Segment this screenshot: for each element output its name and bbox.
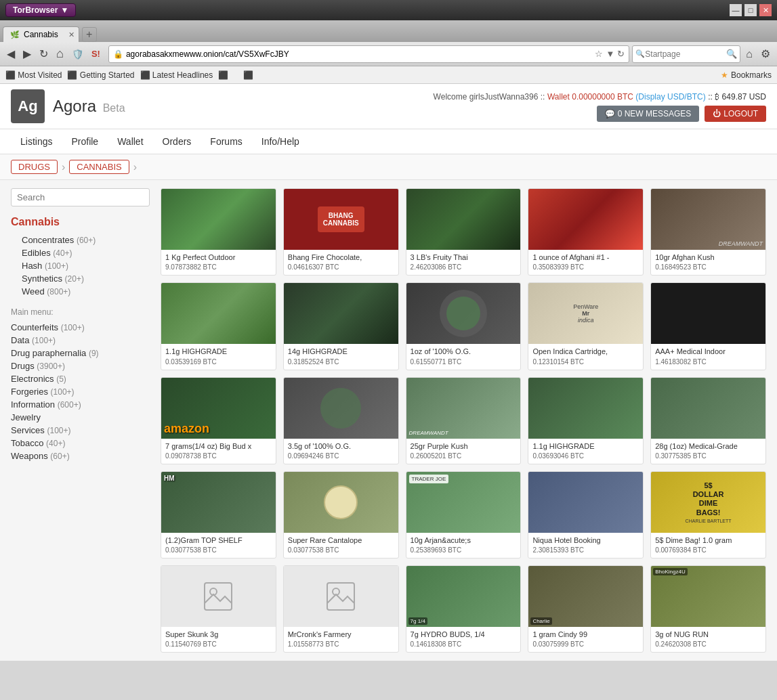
product-info: 28g (1oz) Medical-Grade 0.30775385 BTC xyxy=(651,439,765,464)
product-price: 0.35083939 BTC xyxy=(532,263,639,271)
sidebar-search-input[interactable] xyxy=(11,188,150,206)
product-card[interactable]: 5$DOLLARDIMEBAGS! CHARLIE BARTLETT 5$ Di… xyxy=(650,471,766,559)
product-info: 3 LB's Fruity Thai 2.46203086 BTC xyxy=(406,250,521,275)
product-image: Charlie xyxy=(528,566,643,627)
display-usd-link[interactable]: (Display USD/BTC) xyxy=(635,92,705,102)
product-card[interactable]: amazon 7 grams(1/4 oz) Big Bud x 0.09078… xyxy=(161,377,276,464)
site-name-area: Agora Beta xyxy=(53,97,125,116)
product-card[interactable]: Super Skunk 3g 0.11540769 BTC xyxy=(161,565,276,653)
sidebar-item-information[interactable]: Information (600+) xyxy=(11,398,150,411)
tab-close-icon[interactable]: ✕ xyxy=(68,30,75,39)
maximize-button[interactable]: □ xyxy=(744,4,757,16)
product-card[interactable]: 3.5g of '100% O.G. 0.09694246 BTC xyxy=(283,377,399,464)
bookmark-3[interactable]: ⬛ Latest Headlines xyxy=(140,70,213,80)
nav-profile[interactable]: Profile xyxy=(62,129,108,154)
header-actions: 💬 0 NEW MESSAGES ⏻ LOGOUT xyxy=(434,106,766,122)
product-card[interactable]: Super Rare Cantalope 0.03077538 BTC xyxy=(283,471,399,559)
sidebar-item-drug-paraphernalia[interactable]: Drug paraphernalia (9) xyxy=(11,347,150,359)
sidebar-sub-edibles[interactable]: Edibles (40+) xyxy=(11,246,150,259)
bookmark-2[interactable]: ⬛ Getting Started xyxy=(67,70,134,80)
back-button[interactable]: ◀ xyxy=(4,46,18,62)
new-tab-button[interactable]: + xyxy=(82,27,97,42)
search-submit-icon[interactable]: 🔍 xyxy=(726,49,737,59)
product-card[interactable]: DREAMWANDT 10gr Afghan Kush 0.16849523 B… xyxy=(650,188,766,276)
sidebar-item-services[interactable]: Services (100+) xyxy=(11,424,150,437)
browser-search-input[interactable] xyxy=(645,49,726,59)
site-logo: Ag xyxy=(11,89,45,123)
product-card[interactable]: MrCronk's Farmery 1.01558773 BTC xyxy=(283,565,399,653)
product-card[interactable]: 1 Kg Perfect Outdoor 9.07873882 BTC xyxy=(161,188,276,276)
addon-button[interactable]: 🛡️ xyxy=(69,47,86,61)
sidebar-item-jewelry[interactable]: Jewelry xyxy=(11,411,150,424)
product-name: 1.1g HIGHGRADE xyxy=(165,347,272,356)
product-price: 0.26005201 BTC xyxy=(411,452,517,460)
sidebar-item-electronics[interactable]: Electronics (5) xyxy=(11,372,150,385)
bookmark-1[interactable]: ⬛ Most Visited xyxy=(5,70,62,80)
sidebar-item-tobacco[interactable]: Tobacco (40+) xyxy=(11,437,150,450)
bookmark-star-icon[interactable]: ☆ xyxy=(595,49,603,59)
sidebar-sub-hash[interactable]: Hash (100+) xyxy=(11,259,150,272)
product-card[interactable]: 28g (1oz) Medical-Grade 0.30775385 BTC xyxy=(650,377,766,464)
product-card[interactable]: 1 ounce of Afghani #1 - 0.35083939 BTC xyxy=(528,188,644,276)
bookmark-4[interactable]: ⬛ xyxy=(218,70,237,80)
home-nav-button[interactable]: ⌂ xyxy=(743,47,755,62)
product-card[interactable]: 1.1g HIGHGRADE 0.03539169 BTC xyxy=(161,282,276,370)
nav-listings[interactable]: Listings xyxy=(11,129,62,154)
tor-browser-button[interactable]: TorBrowser ▼ xyxy=(5,3,76,17)
nav-forums[interactable]: Forums xyxy=(201,129,251,154)
reader-icon[interactable]: ▼ xyxy=(606,49,614,59)
nav-info[interactable]: Info/Help xyxy=(252,129,309,154)
sidebar-sub-concentrates[interactable]: Concentrates (60+) xyxy=(11,234,150,246)
product-image: 7g 1/4 xyxy=(406,566,521,627)
window-controls: — □ ✕ xyxy=(730,4,772,16)
wallet-link[interactable]: Wallet 0.00000000 BTC xyxy=(547,92,635,102)
svg-rect-2 xyxy=(327,583,354,610)
settings-nav-button[interactable]: ⚙ xyxy=(758,46,773,62)
product-card[interactable]: 7g 1/4 7g HYDRO BUDS, 1/4 0.14618308 BTC xyxy=(406,565,522,653)
product-card[interactable]: 14g HIGHGRADE 0.31852524 BTC xyxy=(283,282,399,370)
refresh-addr-icon[interactable]: ↻ xyxy=(617,49,625,59)
product-card[interactable]: 3 LB's Fruity Thai 2.46203086 BTC xyxy=(406,188,522,276)
forward-button[interactable]: ▶ xyxy=(20,46,34,62)
breadcrumb-drugs[interactable]: DRUGS xyxy=(11,160,58,174)
product-image xyxy=(651,378,765,439)
product-card[interactable]: BhoKingz4U 3g of NUG RUN 0.24620308 BTC xyxy=(650,565,766,653)
sidebar-item-drugs[interactable]: Drugs (3900+) xyxy=(11,359,150,372)
product-card[interactable]: DREAMWANDT 25gr Purple Kush 0.26005201 B… xyxy=(406,377,522,464)
product-card[interactable]: 1oz of '100% O.G. 0.61550771 BTC xyxy=(406,282,522,370)
nav-wallet[interactable]: Wallet xyxy=(108,129,152,154)
sidebar-sub-synthetics[interactable]: Synthetics (20+) xyxy=(11,272,150,285)
nav-orders[interactable]: Orders xyxy=(153,129,201,154)
bookmark-5[interactable]: ⬛ xyxy=(243,70,262,80)
messages-button[interactable]: 💬 0 NEW MESSAGES xyxy=(597,106,700,122)
product-info: Super Skunk 3g 0.11540769 BTC xyxy=(161,627,276,652)
product-card[interactable]: BHANGCANNABIS Bhang Fire Chocolate, 0.04… xyxy=(283,188,399,276)
minimize-button[interactable]: — xyxy=(730,4,742,16)
product-card[interactable]: AAA+ Medical Indoor 1.46183082 BTC xyxy=(650,282,766,370)
product-card[interactable]: Niqua Hotel Booking 2.30815393 BTC xyxy=(528,471,644,559)
product-info: 1 gram Cindy 99 0.03075999 BTC xyxy=(528,627,643,652)
sidebar-item-forgeries[interactable]: Forgeries (100+) xyxy=(11,385,150,398)
sidebar-item-weapons[interactable]: Weapons (60+) xyxy=(11,450,150,462)
sidebar-sub-weed[interactable]: Weed (800+) xyxy=(11,285,150,298)
product-info: 3g of NUG RUN 0.24620308 BTC xyxy=(651,627,765,652)
browser-tab-cannabis[interactable]: 🌿 Cannabis ✕ xyxy=(3,26,79,42)
search-engine-icon[interactable]: 🔍 xyxy=(635,49,645,58)
home-button[interactable]: ⌂ xyxy=(54,45,66,62)
s-button[interactable]: S! xyxy=(89,47,103,60)
address-bar[interactable] xyxy=(126,49,593,59)
logout-button[interactable]: ⏻ LOGOUT xyxy=(705,106,766,122)
sidebar-item-data[interactable]: Data (100+) xyxy=(11,334,150,347)
sidebar-item-counterfeits[interactable]: Counterfeits (100+) xyxy=(11,321,150,334)
product-name: 3.5g of '100% O.G. xyxy=(288,441,394,451)
btc-balance: :: ₿ 649.87 USD xyxy=(708,92,766,102)
product-card[interactable]: TRADER JOE 10g Arjan&acute;s 0.25389693 … xyxy=(406,471,522,559)
product-card[interactable]: HM (1.2)Gram TOP SHELF 0.03077538 BTC xyxy=(161,471,276,559)
product-card[interactable]: Charlie 1 gram Cindy 99 0.03075999 BTC xyxy=(528,565,644,653)
refresh-button[interactable]: ↻ xyxy=(37,46,51,62)
product-image: HM xyxy=(161,472,276,533)
product-card[interactable]: PenWareMrindica Open Indica Cartridge, 0… xyxy=(528,282,644,370)
breadcrumb-cannabis[interactable]: CANNABIS xyxy=(69,160,129,174)
close-button[interactable]: ✕ xyxy=(759,4,772,16)
product-card[interactable]: 1.1g HIGHGRADE 0.03693046 BTC xyxy=(528,377,644,464)
